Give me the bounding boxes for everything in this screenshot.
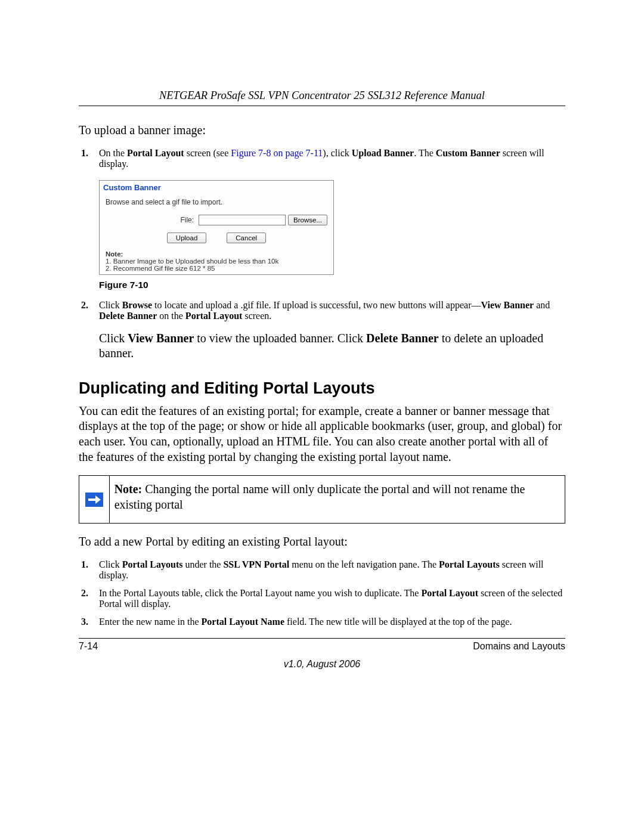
- bold: Browse: [122, 300, 152, 310]
- bold: Portal Layout: [127, 148, 184, 158]
- bold: Delete Banner: [99, 311, 157, 321]
- text: under the: [182, 559, 223, 569]
- upload-intro: To upload a banner image:: [79, 123, 565, 138]
- note-line-2: 2. Recommend Gif file size 612 * 85: [106, 265, 327, 272]
- figure-caption: Figure 7-10: [99, 280, 565, 290]
- footer-rule: [79, 638, 565, 639]
- file-row: File: Browse...: [100, 215, 333, 231]
- add-step-1: 1. Click Portal Layouts under the SSL VP…: [99, 559, 565, 581]
- step-number: 1.: [81, 148, 88, 159]
- bold: Delete Banner: [366, 332, 439, 345]
- screenshot-instruction: Browse and select a gif file to import.: [100, 198, 333, 215]
- text: Click: [99, 332, 128, 345]
- custom-banner-screenshot: Custom Banner Browse and select a gif fi…: [99, 180, 334, 275]
- text: screen (see: [184, 148, 231, 158]
- text: On the: [99, 148, 127, 158]
- bold: View Banner: [128, 332, 194, 345]
- step-number: 2.: [81, 588, 88, 599]
- chapter-name: Domains and Layouts: [473, 641, 565, 652]
- add-step-2: 2. In the Portal Layouts table, click th…: [99, 588, 565, 609]
- figure-7-10: Custom Banner Browse and select a gif fi…: [99, 180, 565, 275]
- file-input[interactable]: [199, 215, 286, 225]
- step-2: 2. Click Browse to locate and upload a .…: [99, 300, 565, 321]
- text: Enter the new name in the: [99, 617, 202, 627]
- text: Click: [99, 559, 122, 569]
- add-step-3: 3. Enter the new name in the Portal Layo…: [99, 617, 565, 627]
- step-number: 2.: [81, 300, 88, 311]
- bold: Portal Layouts: [122, 559, 183, 569]
- file-label: File:: [180, 216, 194, 224]
- text: In the Portal Layouts table, click the P…: [99, 588, 421, 598]
- footer-row: 7-14 Domains and Layouts: [79, 641, 565, 652]
- note-callout: Note: Changing the portal name will only…: [79, 475, 565, 524]
- screenshot-title: Custom Banner: [100, 181, 333, 198]
- bold: Upload Banner: [352, 148, 414, 158]
- upload-steps-cont: 2. Click Browse to locate and upload a .…: [79, 300, 565, 321]
- note-text: Note: Changing the portal name will only…: [110, 476, 565, 523]
- bold: Portal Layout: [185, 311, 243, 321]
- page-number: 7-14: [79, 641, 98, 652]
- bold: View Banner: [481, 300, 534, 310]
- text: field. The new title will be displayed a…: [284, 617, 512, 627]
- bold: Portal Layout Name: [202, 617, 285, 627]
- text: to locate and upload a .gif file. If upl…: [152, 300, 481, 310]
- action-row: Upload Cancel: [100, 231, 333, 250]
- screenshot-note: Note: 1. Banner Image to be Uploaded sho…: [100, 250, 333, 272]
- bold: Custom Banner: [436, 148, 500, 158]
- browse-button[interactable]: Browse...: [288, 215, 327, 225]
- page: NETGEAR ProSafe SSL VPN Concentrator 25 …: [0, 0, 644, 833]
- text: screen.: [242, 311, 271, 321]
- text: . The: [414, 148, 436, 158]
- add-portal-steps: 1. Click Portal Layouts under the SSL VP…: [79, 559, 565, 627]
- text: on the: [157, 311, 185, 321]
- bold: Portal Layout: [421, 588, 478, 598]
- header-rule: [79, 106, 565, 106]
- arrow-right-icon: [85, 493, 103, 507]
- text: and: [534, 300, 550, 310]
- note-line-1: 1. Banner Image to be Uploaded should be…: [106, 258, 327, 265]
- step-number: 3.: [81, 617, 88, 627]
- note-heading: Note:: [106, 250, 327, 258]
- running-head: NETGEAR ProSafe SSL VPN Concentrator 25 …: [79, 89, 565, 102]
- text: menu on the left navigation pane. The: [289, 559, 439, 569]
- note-label: Note:: [114, 482, 143, 496]
- note-body: Changing the portal name will only dupli…: [114, 482, 525, 511]
- step-1: 1. On the Portal Layout screen (see Figu…: [99, 148, 565, 169]
- footer-version: v1.0, August 2006: [79, 659, 565, 670]
- note-icon-cell: [79, 476, 110, 523]
- upload-button[interactable]: Upload: [167, 233, 206, 243]
- section-para: You can edit the features of an existing…: [79, 404, 565, 465]
- add-portal-intro: To add a new Portal by editing an existi…: [79, 534, 565, 550]
- section-heading: Duplicating and Editing Portal Layouts: [79, 379, 565, 398]
- text: ), click: [323, 148, 351, 158]
- text: to view the uploaded banner. Click: [194, 332, 366, 345]
- cancel-button[interactable]: Cancel: [227, 233, 266, 243]
- bold: SSL VPN Portal: [223, 559, 289, 569]
- step-2-followup: Click View Banner to view the uploaded b…: [99, 331, 565, 361]
- upload-steps: 1. On the Portal Layout screen (see Figu…: [79, 148, 565, 169]
- bold: Portal Layouts: [439, 559, 500, 569]
- step-number: 1.: [81, 559, 88, 570]
- text: Click: [99, 300, 122, 310]
- cross-ref-link[interactable]: Figure 7-8 on page 7-11: [231, 148, 323, 158]
